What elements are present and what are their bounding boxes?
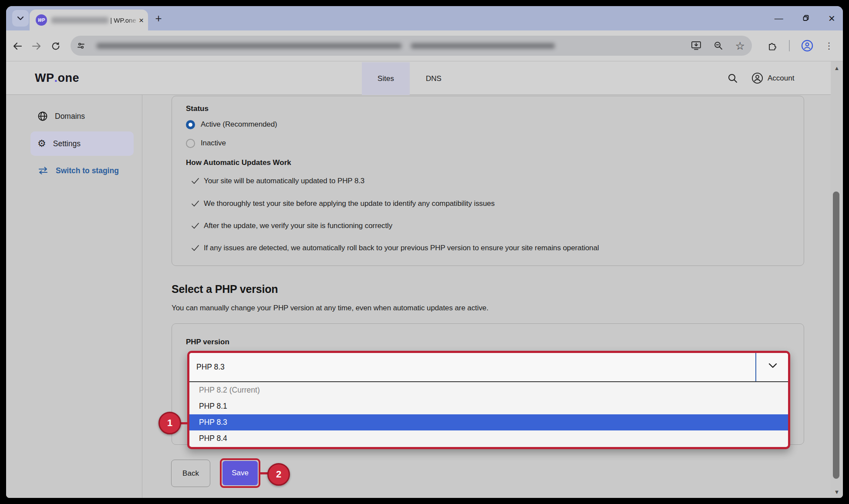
app-header: WP.one Sites DNS Account	[6, 61, 843, 95]
tab-title: | WP.one	[110, 17, 139, 24]
php-option-84[interactable]: PHP 8.4	[189, 430, 788, 447]
radio-label: Active (Recommended)	[201, 120, 277, 129]
redacted-url-text	[411, 43, 555, 49]
select-focus-divider	[755, 353, 756, 381]
back-nav-button[interactable]	[8, 30, 27, 61]
page-scrollbar[interactable]: ▲ ▼	[831, 61, 843, 498]
scrollbar-down-icon[interactable]: ▼	[831, 489, 843, 495]
tab-close-icon[interactable]: ×	[139, 16, 144, 24]
toolbar-right: ⋮	[767, 36, 833, 56]
check-icon	[191, 178, 199, 185]
sidebar-item-switch-to-staging[interactable]: Switch to staging	[30, 158, 134, 183]
browser-tab[interactable]: WP | WP.one ×	[30, 10, 148, 30]
status-title: Status	[186, 104, 209, 113]
chevron-down-icon[interactable]	[768, 363, 778, 369]
radio-option-inactive[interactable]: Inactive	[186, 137, 226, 149]
header-search-button[interactable]	[725, 61, 740, 95]
minimize-button[interactable]: —	[775, 14, 783, 23]
php-option-81[interactable]: PHP 8.1	[189, 398, 788, 414]
update-check-item: If any issues are detected, we automatic…	[191, 243, 599, 253]
annotated-php-select-region: PHP 8.3 PHP 8.2 (Current) PHP 8.1 PHP 8.…	[187, 351, 790, 449]
screenshot-frame: WP | WP.one × + — ×	[0, 0, 849, 504]
window-controls: — ×	[775, 6, 835, 30]
new-tab-button[interactable]: +	[152, 12, 165, 24]
bookmark-star-icon[interactable]: ☆	[735, 40, 745, 51]
check-icon	[191, 200, 199, 207]
reload-button[interactable]	[46, 30, 65, 61]
redacted-url-text	[97, 43, 401, 49]
reload-icon	[51, 41, 61, 51]
php-section-subheading: You can manually change your PHP version…	[172, 304, 489, 312]
php-section-heading: Select a PHP version	[172, 283, 278, 296]
check-item-label: If any issues are detected, we automatic…	[204, 244, 599, 252]
update-check-item: After the update, we verify your site is…	[191, 221, 392, 231]
site-settings-icon	[77, 41, 85, 50]
tab-strip: WP | WP.one × + — ×	[6, 6, 843, 30]
php-option-83-selected[interactable]: PHP 8.3	[189, 414, 788, 430]
sidebar-item-label: Settings	[53, 139, 81, 148]
scrollbar-up-icon[interactable]: ▲	[831, 65, 843, 71]
check-item-label: Your site will be automatically updated …	[204, 177, 364, 185]
toolbar-separator	[789, 40, 790, 51]
globe-icon	[37, 111, 48, 121]
logo-one: one	[58, 71, 80, 85]
wpone-logo: WP.one	[35, 61, 79, 95]
profile-avatar-icon[interactable]	[801, 40, 813, 52]
browser-menu-icon[interactable]: ⋮	[825, 40, 833, 51]
logo-wp: WP	[35, 71, 54, 85]
account-label: Account	[768, 74, 794, 83]
gear-icon: ⚙	[37, 139, 46, 148]
tab-search-button[interactable]	[12, 10, 29, 27]
check-item-label: We thoroughly test your site before appl…	[204, 199, 495, 208]
redacted-tab-text	[51, 17, 108, 24]
back-arrow-icon	[12, 42, 23, 50]
scrollbar-thumb[interactable]	[833, 192, 839, 479]
install-app-icon[interactable]	[691, 41, 701, 50]
radio-unselected-icon[interactable]	[186, 139, 195, 148]
radio-option-active[interactable]: Active (Recommended)	[186, 118, 277, 131]
restore-button[interactable]	[802, 15, 809, 22]
update-check-item: We thoroughly test your site before appl…	[191, 199, 495, 208]
save-button[interactable]: Save	[222, 461, 258, 485]
chevron-down-icon	[17, 16, 24, 20]
sidebar-item-settings[interactable]: ⚙ Settings	[30, 131, 134, 156]
update-check-item: Your site will be automatically updated …	[191, 176, 364, 186]
close-window-button[interactable]: ×	[829, 13, 835, 24]
updates-title: How Automatic Updates Work	[186, 158, 291, 167]
browser-window: WP | WP.one × + — ×	[6, 6, 843, 498]
php-version-select[interactable]: PHP 8.3	[189, 353, 788, 382]
annotation-1-badge: 1	[158, 412, 181, 434]
check-item-label: After the update, we verify your site is…	[204, 222, 392, 230]
extensions-icon[interactable]	[767, 40, 778, 51]
php-version-label: PHP version	[186, 338, 229, 346]
tab-sites[interactable]: Sites	[362, 62, 410, 95]
sidebar-item-label: Domains	[55, 112, 85, 121]
annotation-2-badge: 2	[267, 463, 290, 486]
account-icon	[751, 72, 763, 84]
radio-selected-icon[interactable]	[186, 120, 195, 129]
search-icon	[728, 73, 738, 84]
sidebar-item-domains[interactable]: Domains	[30, 104, 134, 128]
back-button[interactable]: Back	[171, 460, 210, 487]
forward-nav-button[interactable]	[27, 30, 46, 61]
restore-icon	[802, 15, 809, 22]
radio-label: Inactive	[201, 139, 226, 148]
forward-arrow-icon	[31, 42, 42, 50]
address-bar-icons: ☆	[691, 36, 745, 56]
swap-arrows-icon	[37, 166, 49, 175]
check-icon	[191, 245, 199, 252]
php-option-82-current[interactable]: PHP 8.2 (Current)	[189, 382, 788, 398]
address-bar[interactable]: ☆	[71, 36, 752, 56]
php-select-value: PHP 8.3	[196, 363, 225, 372]
check-icon	[191, 222, 199, 229]
annotated-save-region: Save	[220, 458, 260, 488]
sidebar-item-label: Switch to staging	[56, 166, 119, 175]
logo-dot: .	[54, 71, 58, 85]
browser-toolbar: ☆ ⋮	[6, 30, 843, 61]
tab-dns[interactable]: DNS	[410, 62, 458, 95]
zoom-out-icon[interactable]	[714, 41, 723, 50]
wp-favicon-icon: WP	[36, 14, 47, 26]
sidebar: Domains ⚙ Settings Switch to staging	[6, 95, 142, 498]
account-menu[interactable]: Account	[751, 61, 794, 95]
